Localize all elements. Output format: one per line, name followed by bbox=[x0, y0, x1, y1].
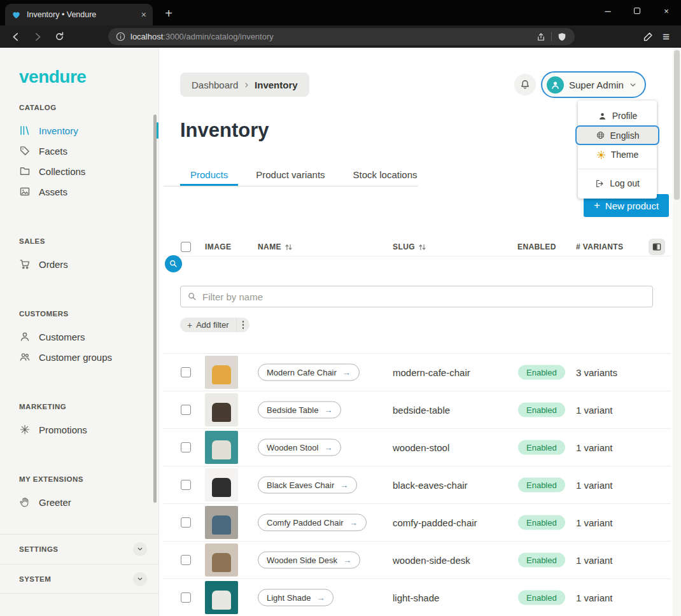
browser-toolbar: localhost:3000/admin/catalog/inventory ≡ bbox=[0, 25, 681, 48]
menu-item-label: Theme bbox=[611, 150, 639, 160]
menu-item-logout[interactable]: Log out bbox=[584, 174, 650, 193]
brave-shield-icon[interactable] bbox=[557, 32, 567, 42]
menu-item-label: Log out bbox=[610, 178, 640, 188]
sidebar-item-label: Collections bbox=[39, 166, 85, 177]
section-label-my-extensions: MY EXTENSIONS bbox=[19, 475, 158, 484]
product-image[interactable] bbox=[205, 356, 238, 389]
row-checkbox[interactable] bbox=[181, 405, 191, 415]
product-name: Light Shade bbox=[267, 593, 311, 603]
menu-item-profile[interactable]: Profile bbox=[584, 106, 650, 125]
tab-close-icon[interactable]: × bbox=[141, 10, 146, 20]
variants-count: 3 variants bbox=[576, 367, 617, 378]
facets-icon bbox=[19, 145, 31, 157]
window-maximize-button[interactable] bbox=[622, 0, 652, 22]
user-menu-button[interactable]: Super Admin bbox=[541, 71, 646, 98]
arrow-right-icon: → bbox=[324, 443, 332, 452]
sidebar-scrollbar[interactable] bbox=[153, 115, 157, 503]
sidebar-item-collections[interactable]: Collections bbox=[0, 161, 158, 181]
user-avatar bbox=[547, 76, 564, 94]
sidebar-item-label: Customers bbox=[39, 332, 85, 342]
column-settings-button[interactable] bbox=[649, 239, 665, 255]
share-icon[interactable] bbox=[536, 32, 546, 42]
new-tab-button[interactable]: + bbox=[160, 6, 177, 22]
row-checkbox[interactable] bbox=[181, 592, 191, 603]
variants-count: 1 variant bbox=[576, 517, 613, 528]
product-name-badge[interactable]: Comfy Padded Chair→ bbox=[258, 514, 367, 531]
sidebar-item-greeter[interactable]: Greeter bbox=[0, 492, 158, 512]
product-name: Black Eaves Chair bbox=[267, 480, 334, 490]
product-name-badge[interactable]: Light Shade→ bbox=[258, 589, 333, 606]
select-all-checkbox[interactable] bbox=[181, 242, 191, 252]
product-name-badge[interactable]: Black Eaves Chair→ bbox=[258, 477, 357, 494]
product-name-badge[interactable]: Wooden Stool→ bbox=[258, 439, 341, 456]
window-minimize-button[interactable]: ─ bbox=[593, 0, 622, 22]
add-filter-label-wrap: + Add filter bbox=[180, 320, 236, 330]
url-path: :3000/admin/catalog/inventory bbox=[163, 32, 273, 41]
row-checkbox[interactable] bbox=[181, 442, 191, 452]
tab-product-variants[interactable]: Product variants bbox=[246, 165, 335, 186]
product-image[interactable] bbox=[205, 468, 238, 501]
table-header: IMAGE NAME SLUG ENABLED # VARIANTS bbox=[164, 237, 671, 256]
product-name: Wooden Side Desk bbox=[267, 556, 337, 565]
product-image[interactable] bbox=[205, 506, 238, 539]
page-scrollbar[interactable] bbox=[673, 48, 681, 616]
product-image[interactable] bbox=[205, 543, 238, 577]
bell-icon bbox=[519, 79, 531, 90]
reload-button[interactable] bbox=[51, 29, 67, 45]
add-filter-label: Add filter bbox=[196, 320, 228, 330]
product-image[interactable] bbox=[205, 393, 238, 426]
menu-item-language[interactable]: English bbox=[575, 125, 659, 145]
sidebar-item-orders[interactable]: Orders bbox=[0, 254, 158, 274]
search-toggle-button[interactable] bbox=[165, 255, 182, 272]
product-image[interactable] bbox=[205, 581, 238, 614]
filter-bar bbox=[180, 286, 653, 307]
hamburger-menu-icon[interactable]: ≡ bbox=[663, 30, 670, 44]
sidebar-item-inventory[interactable]: Inventory bbox=[0, 120, 158, 141]
product-name-badge[interactable]: Wooden Side Desk→ bbox=[258, 552, 360, 569]
kebab-menu-icon[interactable] bbox=[237, 321, 250, 329]
user-name: Super Admin bbox=[569, 80, 624, 90]
sort-icon[interactable] bbox=[418, 243, 426, 251]
column-header-slug[interactable]: SLUG bbox=[393, 237, 426, 256]
product-image-object bbox=[212, 515, 231, 535]
menu-item-theme[interactable]: Theme bbox=[584, 145, 650, 164]
product-slug: wooden-side-desk bbox=[393, 555, 470, 566]
sidebar-item-facets[interactable]: Facets bbox=[0, 141, 158, 161]
product-name-badge[interactable]: Bedside Table→ bbox=[258, 402, 341, 419]
sidebar-item-assets[interactable]: Assets bbox=[0, 181, 158, 202]
sidebar-section-settings[interactable]: SETTINGS bbox=[0, 534, 158, 564]
plus-icon: + bbox=[187, 320, 192, 330]
table-row: Light Shade→ light-shade Enabled 1 varia… bbox=[164, 578, 671, 616]
back-button[interactable] bbox=[8, 29, 24, 45]
pencil-icon[interactable] bbox=[643, 31, 654, 42]
variants-count: 1 variant bbox=[576, 480, 613, 491]
enabled-badge: Enabled bbox=[518, 403, 565, 417]
sidebar-item-promotions[interactable]: Promotions bbox=[0, 419, 158, 440]
row-checkbox[interactable] bbox=[181, 480, 191, 490]
breadcrumb-dashboard-link[interactable]: Dashboard bbox=[192, 80, 238, 90]
site-info-icon[interactable] bbox=[116, 32, 125, 41]
tab-products[interactable]: Products bbox=[180, 165, 238, 186]
row-checkbox[interactable] bbox=[181, 555, 191, 565]
sidebar-section-system[interactable]: SYSTEM bbox=[0, 564, 158, 594]
tab-stock-locations[interactable]: Stock locations bbox=[343, 165, 428, 186]
scrollbar-thumb[interactable] bbox=[674, 50, 680, 200]
filter-input[interactable] bbox=[202, 291, 646, 302]
notifications-button[interactable] bbox=[514, 74, 536, 95]
window-close-button[interactable]: × bbox=[652, 0, 681, 22]
sidebar-item-customers[interactable]: Customers bbox=[0, 326, 158, 347]
forward-button[interactable] bbox=[29, 29, 46, 45]
add-filter-button[interactable]: + Add filter bbox=[180, 318, 249, 332]
window-controls: ─ × bbox=[593, 0, 681, 22]
sidebar-item-customer-groups[interactable]: Customer groups bbox=[0, 347, 158, 367]
browser-tab[interactable]: Inventory • Vendure × bbox=[5, 4, 153, 25]
product-name-badge[interactable]: Modern Cafe Chair→ bbox=[258, 364, 360, 381]
column-header-variants: # VARIANTS bbox=[576, 237, 623, 256]
row-checkbox[interactable] bbox=[181, 517, 191, 528]
row-checkbox[interactable] bbox=[181, 367, 191, 377]
sort-icon[interactable] bbox=[284, 243, 293, 251]
url-bar[interactable]: localhost:3000/admin/catalog/inventory bbox=[108, 28, 575, 45]
product-image[interactable] bbox=[205, 431, 238, 464]
column-header-name[interactable]: NAME bbox=[258, 237, 293, 256]
table-row: Black Eaves Chair→ black-eaves-chair Ena… bbox=[164, 466, 671, 503]
